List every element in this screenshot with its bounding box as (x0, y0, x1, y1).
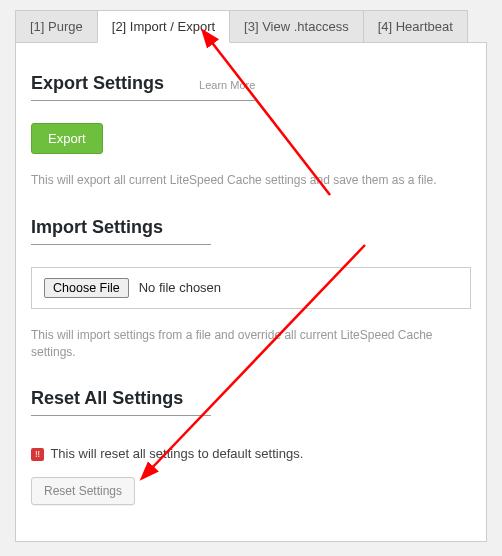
choose-file-button[interactable]: Choose File (44, 278, 129, 298)
learn-more-link[interactable]: Learn More (199, 79, 255, 91)
export-title: Export Settings Learn More (31, 73, 255, 101)
reset-settings-button[interactable]: Reset Settings (31, 477, 135, 505)
import-title: Import Settings (31, 217, 211, 245)
export-section: Export Settings Learn More Export This w… (31, 73, 471, 189)
export-description: This will export all current LiteSpeed C… (31, 172, 471, 189)
file-input-wrap: Choose File No file chosen (31, 267, 471, 309)
reset-note: !! This will reset all settings to defau… (31, 446, 471, 461)
export-button[interactable]: Export (31, 123, 103, 154)
tab-purge[interactable]: [1] Purge (15, 10, 98, 43)
tabs-nav: [1] Purge [2] Import / Export [3] View .… (0, 0, 502, 43)
tab-heartbeat[interactable]: [4] Heartbeat (363, 10, 468, 43)
reset-section: Reset All Settings !! This will reset al… (31, 388, 471, 505)
tab-view-htaccess[interactable]: [3] View .htaccess (229, 10, 364, 43)
reset-title: Reset All Settings (31, 388, 211, 416)
import-description: This will import settings from a file an… (31, 327, 471, 361)
warning-icon: !! (31, 448, 44, 461)
export-title-text: Export Settings (31, 73, 164, 93)
settings-panel: Export Settings Learn More Export This w… (15, 42, 487, 542)
file-status-text: No file chosen (139, 280, 221, 295)
import-section: Import Settings Choose File No file chos… (31, 217, 471, 361)
tab-import-export[interactable]: [2] Import / Export (97, 10, 230, 43)
reset-note-text: This will reset all settings to default … (50, 446, 303, 461)
